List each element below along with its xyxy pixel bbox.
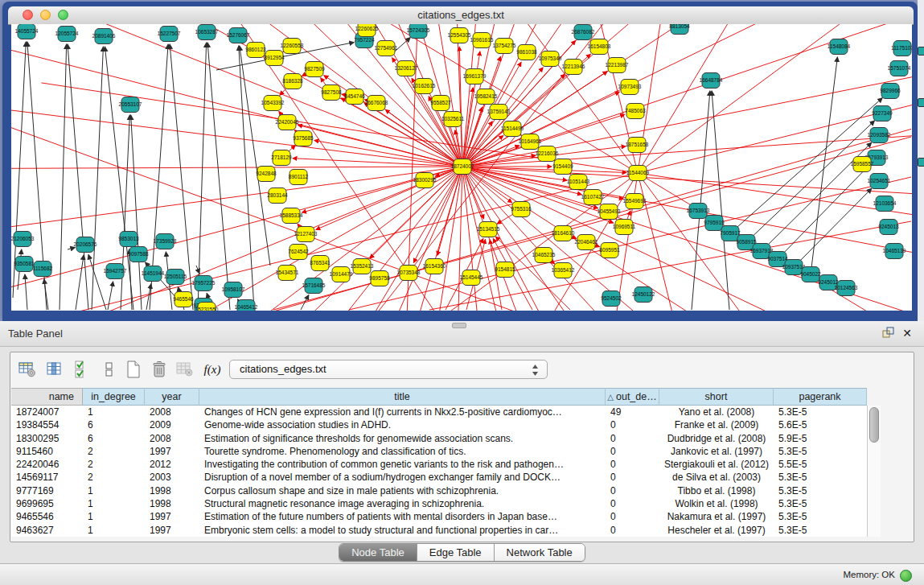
table-cell[interactable]: 5.3E-5	[774, 497, 867, 510]
network-node[interactable]: 10365412	[552, 263, 575, 278]
network-node[interactable]: 9242848	[256, 167, 277, 182]
network-node[interactable]: 11514499	[501, 122, 524, 137]
table-scrollbar[interactable]	[867, 406, 881, 537]
float-panel-icon[interactable]	[882, 327, 897, 340]
table-cell[interactable]: 9465546	[11, 510, 83, 523]
table-cell[interactable]: Nakamura et al. (1997)	[659, 510, 774, 523]
table-cell[interactable]: 0	[606, 497, 659, 510]
table-cell[interactable]: Corpus callosum shape and size in male p…	[199, 484, 606, 497]
network-node[interactable]: 10254651	[868, 174, 891, 189]
network-node[interactable]: 12450122	[632, 287, 655, 303]
network-canvas[interactable]: 1405572412055724208914061522750710653287…	[11, 24, 912, 311]
network-node[interactable]: 7624542	[288, 245, 309, 260]
network-node[interactable]: 15145445	[460, 270, 483, 286]
table-select-dropdown[interactable]: citations_edges.txt	[229, 360, 548, 379]
table-row[interactable]: 1938455462009Genome-wide association stu…	[11, 418, 867, 431]
table-cell[interactable]: 49	[606, 406, 659, 418]
network-node[interactable]: 9245013	[878, 220, 899, 235]
network-node[interactable]: 11548084	[827, 39, 851, 55]
table-cell[interactable]: 0	[606, 432, 659, 445]
network-node[interactable]: 8912954	[264, 51, 285, 66]
table-cell[interactable]: Genome-wide association studies in ADHD.	[199, 418, 606, 431]
table-cell[interactable]: 14569117	[11, 471, 83, 484]
table-cell[interactable]: 1	[83, 484, 145, 497]
network-node[interactable]: 10973493	[618, 80, 642, 95]
function-builder-icon[interactable]: f(x)	[202, 359, 223, 380]
network-node[interactable]: 10455493	[598, 204, 621, 220]
table-cell[interactable]: 18300295	[11, 432, 83, 445]
table-cell[interactable]: 2	[83, 458, 145, 471]
table-cell[interactable]: 1997	[145, 510, 199, 523]
tab-edge-table[interactable]: Edge Table	[417, 544, 495, 561]
network-node[interactable]: 17957225	[192, 276, 216, 291]
network-node[interactable]: 12216036	[536, 146, 559, 162]
network-node[interactable]: 20206576	[74, 237, 97, 253]
table-cell[interactable]: 5.3E-5	[774, 524, 867, 537]
table-cell[interactable]: 2	[83, 445, 145, 458]
delete-table-icon[interactable]	[149, 359, 170, 380]
table-cell[interactable]: 1998	[145, 497, 199, 510]
table-cell[interactable]: Changes of HCN gene expression and I(f) …	[199, 406, 606, 418]
network-node[interactable]: 18724007	[451, 159, 474, 175]
scrollbar-thumb[interactable]	[869, 407, 879, 443]
table-cell[interactable]: Wolkin et al. (1998)	[659, 497, 774, 510]
network-node[interactable]: 15434571	[276, 266, 299, 281]
table-row[interactable]: 946362711997Embryonic stem cells: a mode…	[11, 524, 867, 537]
column-header-title[interactable]: title	[199, 388, 606, 406]
network-node[interactable]: 9350581	[14, 257, 35, 272]
network-node[interactable]: 15227507	[158, 27, 181, 42]
column-header-out_de[interactable]: △out_de…	[606, 388, 659, 406]
network-node[interactable]: 26676068	[365, 96, 388, 111]
network-node[interactable]: 12093582	[868, 128, 891, 143]
network-node[interactable]: 10543392	[261, 96, 285, 111]
memory-ok-icon[interactable]	[900, 570, 912, 582]
network-node[interactable]: 12213946	[562, 60, 585, 75]
table-cell[interactable]: Franke et al. (2009)	[659, 418, 774, 431]
window-titlebar[interactable]: citations_edges.txt	[8, 6, 914, 25]
network-node[interactable]: 19582415	[474, 89, 498, 105]
network-node[interactable]: 9895758	[369, 271, 390, 286]
table-cell[interactable]: Tourette syndrome. Phenomenology and cla…	[199, 445, 606, 458]
network-node[interactable]: 9558527	[430, 96, 451, 111]
table-row[interactable]: 1456911722003Disruption of a novel membe…	[11, 471, 867, 484]
table-row[interactable]: 911546021997Tourette syndrome. Phenomeno…	[11, 445, 867, 458]
network-node[interactable]: 16154808	[588, 39, 611, 55]
network-node[interactable]: 12505115	[164, 270, 187, 285]
network-node[interactable]: 17359928	[154, 234, 177, 249]
network-node[interactable]: 10465235	[532, 248, 556, 263]
network-node[interactable]: 12055724	[55, 27, 79, 42]
new-table-icon[interactable]	[123, 359, 144, 380]
network-node[interactable]: 15716485	[302, 278, 326, 294]
network-node[interactable]: 12754961	[375, 41, 398, 56]
network-node[interactable]: 10914479	[330, 267, 353, 282]
table-cell[interactable]: Hescheler et al. (1997)	[659, 524, 774, 537]
network-node[interactable]: 10164961	[519, 134, 542, 150]
network-node[interactable]: 12127403	[294, 227, 318, 242]
network-node[interactable]: 9465546	[173, 292, 194, 307]
network-node[interactable]: 1115682	[33, 262, 53, 277]
network-node[interactable]: 12213987	[606, 58, 629, 73]
table-cell[interactable]: 5.5E-5	[774, 458, 867, 471]
delete-list-icon[interactable]	[175, 359, 195, 380]
table-cell[interactable]: Disruption of a novel member of a sodium…	[199, 471, 606, 484]
table-row[interactable]: 1830029562008Estimation of significance …	[11, 432, 867, 445]
network-node[interactable]: 9827508	[321, 85, 342, 101]
network-node[interactable]: 8901112	[289, 170, 309, 185]
table-cell[interactable]: 19384554	[11, 418, 83, 431]
table-cell[interactable]: Embryonic stem cells: a model to study s…	[199, 524, 606, 537]
network-node[interactable]: 16154360	[423, 259, 446, 274]
network-node[interactable]: 15885334	[280, 208, 303, 224]
network-node[interactable]: 2803144	[267, 188, 288, 204]
network-node[interactable]: 7485063	[625, 104, 646, 119]
column-header-year[interactable]: year	[145, 388, 199, 406]
table-row[interactable]: 946554611997Estimation of the future num…	[11, 510, 867, 523]
table-cell[interactable]: 5.3E-5	[774, 445, 867, 458]
network-node[interactable]: 9860123	[245, 43, 266, 58]
close-panel-icon[interactable]: ✕	[900, 327, 914, 340]
network-node[interactable]: 12554305	[448, 28, 471, 43]
table-cell[interactable]: 5.3E-5	[774, 406, 867, 418]
table-cell[interactable]: 5.6E-5	[774, 418, 867, 431]
network-node[interactable]: 9829966	[880, 84, 901, 99]
network-node[interactable]: 21206053	[11, 232, 35, 247]
table-settings-icon[interactable]	[17, 359, 38, 380]
